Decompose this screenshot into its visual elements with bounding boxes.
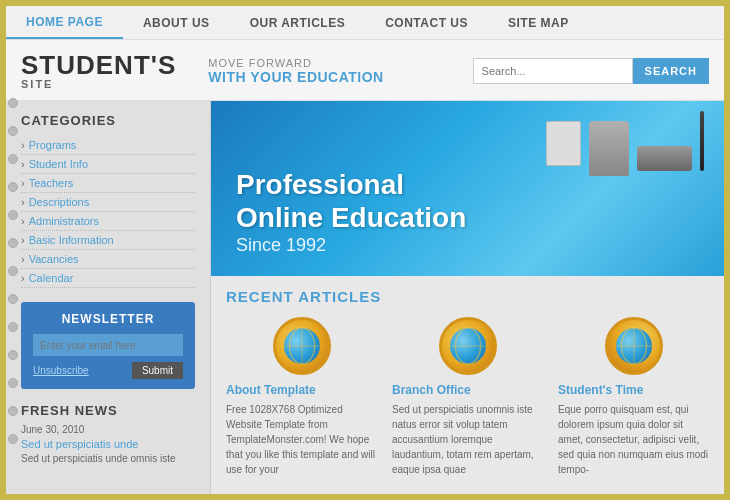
spiral-hole: [8, 238, 18, 248]
nav-bar: HOME PAGE ABOUT US OUR ARTICLES CONTACT …: [6, 6, 724, 40]
hero-subtitle: Since 1992: [236, 235, 466, 256]
article-item-3: Student's Time Eque porro quisquam est, …: [558, 317, 709, 477]
newsletter-buttons: Unsubscribe Submit: [33, 362, 183, 379]
outer-border: HOME PAGE ABOUT US OUR ARTICLES CONTACT …: [0, 0, 730, 500]
newsletter-title: NEWSLETTER: [33, 312, 183, 326]
articles-section-title: RECENT ARTICLES: [226, 288, 709, 305]
tagline: MOVE FORWARD WITH YOUR EDUCATION: [188, 57, 383, 85]
categories-title: CATEGORIES: [21, 113, 195, 128]
spiral-hole: [8, 294, 18, 304]
article-text-1: Free 1028X768 Optimized Website Template…: [226, 402, 377, 477]
search-area: SEARCH: [473, 58, 709, 84]
sidebar: CATEGORIES Programs Student Info Teacher…: [6, 101, 211, 494]
article-text-3: Eque porro quisquam est, qui dolorem ips…: [558, 402, 709, 477]
nav-item-articles[interactable]: OUR ARTICLES: [230, 6, 366, 39]
cat-link-teachers[interactable]: Teachers: [29, 177, 74, 189]
globe-icon-2: [439, 317, 497, 375]
articles-section: RECENT ARTICLES About Templat: [211, 276, 724, 489]
nav-item-sitemap[interactable]: SITE MAP: [488, 6, 589, 39]
list-item[interactable]: Basic Information: [21, 231, 195, 250]
tagline-bottom: WITH YOUR EDUCATION: [208, 69, 383, 85]
header: STUDENT'S SITE MOVE FORWARD WITH YOUR ED…: [6, 40, 724, 101]
cat-link-basicinfo[interactable]: Basic Information: [29, 234, 114, 246]
stapler-icon: [637, 146, 692, 171]
spiral-hole: [8, 210, 18, 220]
logo-sub: SITE: [21, 78, 176, 90]
logo: STUDENT'S SITE: [21, 52, 176, 90]
unsubscribe-link[interactable]: Unsubscribe: [33, 365, 89, 376]
article-item-1: About Template Free 1028X768 Optimized W…: [226, 317, 377, 477]
spiral-hole: [8, 406, 18, 416]
section-title-rest: ARTICLES: [294, 288, 382, 305]
pen-icon: [700, 111, 704, 171]
nav-item-contact[interactable]: CONTACT US: [365, 6, 488, 39]
list-item[interactable]: Administrators: [21, 212, 195, 231]
spiral-hole: [8, 434, 18, 444]
categories-list: Programs Student Info Teachers Descripti…: [21, 136, 195, 288]
newsletter-submit-button[interactable]: Submit: [132, 362, 183, 379]
spiral-holes: [6, 98, 14, 444]
cat-link-vacancies[interactable]: Vacancies: [29, 253, 79, 265]
list-item[interactable]: Student Info: [21, 155, 195, 174]
news-link[interactable]: Sed ut perspiciatis unde: [21, 438, 195, 450]
newsletter-box: NEWSLETTER Unsubscribe Submit: [21, 302, 195, 389]
cat-link-calendar[interactable]: Calendar: [29, 272, 74, 284]
list-item[interactable]: Teachers: [21, 174, 195, 193]
article-title-3[interactable]: Student's Time: [558, 383, 709, 397]
notepad-icon: [546, 121, 581, 166]
list-item[interactable]: Descriptions: [21, 193, 195, 212]
pencil-cup-icon: [589, 121, 629, 176]
spiral-hole: [8, 98, 18, 108]
news-text: Sed ut perspiciatis unde omnis iste: [21, 452, 195, 466]
spiral-hole: [8, 266, 18, 276]
nav-item-about[interactable]: ABOUT US: [123, 6, 230, 39]
article-item-2: Branch Office Sed ut perspiciatis unomni…: [392, 317, 543, 477]
hero-title-line1: Professional: [236, 168, 466, 202]
spiral-hole: [8, 182, 18, 192]
globe-icon-1: [273, 317, 331, 375]
globe-icon-3: [605, 317, 663, 375]
spiral-hole: [8, 322, 18, 332]
search-input[interactable]: [473, 58, 633, 84]
list-item[interactable]: Programs: [21, 136, 195, 155]
hero-text: Professional Online Education Since 1992: [236, 168, 466, 256]
fresh-news-title: FRESH NEWS: [21, 403, 195, 418]
nav-item-home[interactable]: HOME PAGE: [6, 6, 123, 39]
logo-main: STUDENT'S: [21, 52, 176, 78]
hero-desk-decoration: [546, 111, 704, 176]
news-date: June 30, 2010: [21, 424, 195, 435]
page-container: HOME PAGE ABOUT US OUR ARTICLES CONTACT …: [6, 6, 724, 494]
article-title-2[interactable]: Branch Office: [392, 383, 543, 397]
articles-grid: About Template Free 1028X768 Optimized W…: [226, 317, 709, 477]
content-area: CATEGORIES Programs Student Info Teacher…: [6, 101, 724, 494]
cat-link-descriptions[interactable]: Descriptions: [29, 196, 90, 208]
cat-link-studentinfo[interactable]: Student Info: [29, 158, 88, 170]
spiral-hole: [8, 378, 18, 388]
hero-banner: Professional Online Education Since 1992: [211, 101, 724, 276]
search-button[interactable]: SEARCH: [633, 58, 709, 84]
article-text-2: Sed ut perspiciatis unomnis iste natus e…: [392, 402, 543, 477]
tagline-top: MOVE FORWARD: [208, 57, 383, 69]
newsletter-email-input[interactable]: [33, 334, 183, 356]
list-item[interactable]: Vacancies: [21, 250, 195, 269]
cat-link-administrators[interactable]: Administrators: [29, 215, 99, 227]
spiral-hole: [8, 350, 18, 360]
section-title-bold: RECENT: [226, 288, 294, 305]
list-item[interactable]: Calendar: [21, 269, 195, 288]
spiral-hole: [8, 154, 18, 164]
article-title-1[interactable]: About Template: [226, 383, 377, 397]
spiral-hole: [8, 126, 18, 136]
main-content: Professional Online Education Since 1992: [211, 101, 724, 494]
hero-title-line2: Online Education: [236, 201, 466, 235]
cat-link-programs[interactable]: Programs: [29, 139, 77, 151]
